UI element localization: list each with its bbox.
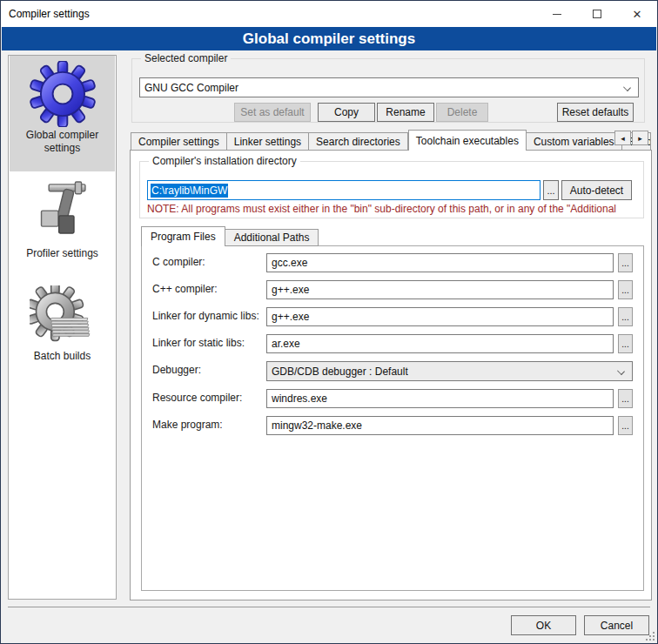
reset-defaults-button[interactable]: Reset defaults	[557, 103, 634, 122]
make-program-input[interactable]	[266, 416, 614, 435]
chevron-down-icon	[617, 367, 625, 375]
field-row-make-program: Make program: ...	[142, 416, 643, 435]
sidebar-item-label: Global compiler settings	[10, 129, 115, 155]
close-button[interactable]: ✕	[617, 1, 657, 27]
resource-compiler-label: Resource compiler:	[152, 392, 242, 404]
make-program-browse-button[interactable]: ...	[618, 416, 633, 435]
tab-compiler-settings[interactable]: Compiler settings	[131, 132, 227, 151]
field-row-cpp-compiler: C++ compiler: ...	[142, 280, 643, 299]
selected-compiler-legend: Selected compiler	[141, 52, 231, 64]
field-row-dynamic-linker: Linker for dynamic libs: ...	[142, 307, 643, 326]
debugger-select[interactable]: GDB/CDB debugger : Default	[266, 361, 633, 381]
static-linker-browse-button[interactable]: ...	[618, 334, 633, 353]
installation-directory-group: Compiler's installation directory C:\ray…	[139, 161, 644, 218]
sidebar-item-batch-builds[interactable]: Batch builds	[10, 280, 115, 385]
copy-button[interactable]: Copy	[318, 103, 375, 122]
dynamic-linker-browse-button[interactable]: ...	[618, 307, 633, 326]
maximize-button[interactable]	[577, 1, 617, 27]
window-title: Compiler settings	[9, 8, 90, 20]
tab-custom-variables[interactable]: Custom variables	[527, 132, 622, 151]
tab-linker-settings[interactable]: Linker settings	[227, 132, 309, 151]
minimize-button[interactable]	[537, 1, 577, 27]
make-program-label: Make program:	[152, 419, 223, 431]
field-row-static-linker: Linker for static libs: ...	[142, 334, 643, 353]
program-files-tabstrip: Program Files Additional Paths	[141, 226, 319, 246]
compiler-settings-dialog: Compiler settings ✕ Global compiler sett…	[0, 0, 658, 644]
delete-button[interactable]: Delete	[436, 103, 488, 122]
ok-button[interactable]: OK	[511, 615, 576, 635]
arrow-right-icon: ▸	[638, 134, 642, 143]
static-linker-label: Linker for static libs:	[152, 337, 245, 349]
debugger-select-value: GDB/CDB debugger : Default	[272, 366, 408, 378]
toolchain-executables-page: Compiler's installation directory C:\ray…	[130, 150, 652, 600]
field-row-resource-compiler: Resource compiler: ...	[142, 389, 643, 408]
compiler-select[interactable]: GNU GCC Compiler	[139, 77, 639, 97]
cpp-compiler-browse-button[interactable]: ...	[618, 280, 633, 299]
sidebar-item-label: Batch builds	[10, 350, 115, 363]
compiler-select-value: GNU GCC Compiler	[144, 82, 238, 94]
installation-directory-browse-button[interactable]: ...	[543, 180, 559, 200]
settings-sidebar: Global compiler settings Profiler settin…	[8, 55, 117, 600]
title-bar[interactable]: Compiler settings ✕	[1, 1, 657, 27]
set-as-default-button[interactable]: Set as default	[234, 103, 311, 122]
tab-search-directories[interactable]: Search directories	[309, 132, 408, 151]
sidebar-item-label: Profiler settings	[10, 247, 115, 260]
c-compiler-label: C compiler:	[152, 256, 205, 268]
footer-separator	[8, 607, 650, 607]
profiler-caliper-icon	[31, 181, 94, 245]
resize-grip[interactable]	[644, 630, 655, 641]
subtab-additional-paths[interactable]: Additional Paths	[225, 229, 319, 246]
field-row-c-compiler: C compiler: ...	[142, 253, 643, 272]
sidebar-item-global-compiler-settings[interactable]: Global compiler settings	[10, 56, 115, 171]
installation-directory-input[interactable]: C:\raylib\MinGW	[147, 180, 540, 200]
field-row-debugger: Debugger: GDB/CDB debugger : Default	[142, 361, 643, 380]
resource-compiler-browse-button[interactable]: ...	[618, 389, 633, 408]
resource-compiler-input[interactable]	[266, 389, 614, 408]
program-files-panel: C compiler: ... C++ compiler: ... Linker…	[141, 245, 644, 591]
batch-builds-gear-icon	[30, 285, 96, 348]
sidebar-item-profiler-settings[interactable]: Profiler settings	[10, 176, 115, 280]
close-icon: ✕	[633, 9, 642, 20]
installation-directory-value: C:\raylib\MinGW	[151, 184, 228, 198]
chevron-down-icon	[623, 84, 631, 91]
banner-title: Global compiler settings	[243, 30, 415, 48]
minimize-icon	[553, 14, 561, 15]
auto-detect-button[interactable]: Auto-detect	[561, 180, 632, 200]
window-controls: ✕	[537, 1, 657, 27]
subtab-program-files[interactable]: Program Files	[141, 226, 225, 246]
blue-gear-icon	[30, 61, 96, 127]
dynamic-linker-label: Linker for dynamic libs:	[152, 310, 259, 322]
settings-tabstrip: Compiler settings Linker settings Search…	[131, 130, 651, 151]
dialog-footer: OK Cancel	[1, 607, 657, 643]
arrow-left-icon: ◂	[621, 134, 625, 143]
dynamic-linker-input[interactable]	[266, 307, 614, 326]
cpp-compiler-label: C++ compiler:	[152, 283, 218, 295]
cpp-compiler-input[interactable]	[266, 280, 614, 299]
debugger-label: Debugger:	[152, 364, 201, 376]
maximize-icon	[593, 10, 601, 18]
dialog-content: Global compiler settings Profiler settin…	[1, 50, 657, 608]
tab-scroll-right-button[interactable]: ▸	[632, 131, 648, 145]
installation-directory-legend: Compiler's installation directory	[149, 155, 300, 167]
c-compiler-browse-button[interactable]: ...	[618, 253, 633, 272]
tab-scroll-left-button[interactable]: ◂	[614, 131, 631, 145]
tab-toolchain-executables[interactable]: Toolchain executables	[408, 130, 527, 151]
dialog-banner: Global compiler settings	[2, 27, 656, 50]
cancel-button[interactable]: Cancel	[584, 615, 649, 635]
selected-compiler-group: Selected compiler GNU GCC Compiler Set a…	[131, 58, 645, 123]
rename-button[interactable]: Rename	[377, 103, 434, 122]
c-compiler-input[interactable]	[266, 253, 614, 272]
bin-subdirectory-note: NOTE: All programs must exist either in …	[147, 203, 640, 215]
static-linker-input[interactable]	[266, 334, 614, 353]
